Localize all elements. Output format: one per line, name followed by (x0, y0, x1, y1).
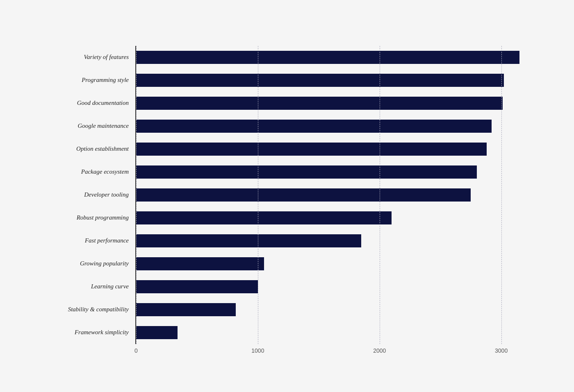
bar-row (136, 92, 525, 115)
y-label: Growing popularity (45, 252, 135, 275)
bar (136, 74, 504, 87)
y-label: Variety of features (45, 46, 135, 69)
bar (136, 326, 178, 339)
bar (136, 97, 503, 110)
bar (136, 280, 258, 293)
x-tick: 3000 (495, 347, 508, 354)
bar-rows (136, 46, 525, 344)
bar (136, 257, 264, 270)
bar-row (136, 138, 525, 161)
x-axis: 0100020003000 (136, 347, 526, 359)
y-label: Robust programming (45, 206, 135, 229)
bar (136, 234, 361, 247)
bar-area: Variety of featuresProgramming styleGood… (45, 46, 529, 344)
bar (136, 165, 477, 179)
chart-body: Variety of featuresProgramming styleGood… (45, 46, 529, 359)
bar-row (136, 115, 525, 138)
x-tick: 1000 (251, 347, 264, 354)
bar (136, 188, 471, 202)
bar-row (136, 321, 525, 344)
bars-grid (135, 46, 525, 344)
y-label: Developer tooling (45, 184, 135, 206)
y-label: Stability & compatibility (45, 298, 135, 321)
bar-row (136, 161, 525, 184)
y-labels: Variety of featuresProgramming styleGood… (45, 46, 135, 344)
bar (136, 143, 487, 156)
bar (136, 51, 519, 64)
bar-row (136, 46, 525, 69)
y-label: Framework simplicity (45, 321, 135, 344)
bar (136, 120, 492, 133)
y-label: Good documentation (45, 92, 135, 115)
bar (136, 211, 392, 224)
y-label: Package ecosystem (45, 161, 135, 184)
bar-row (136, 298, 525, 321)
bar (136, 303, 236, 316)
y-label: Fast performance (45, 229, 135, 252)
bar-row (136, 69, 525, 92)
y-label: Google maintenance (45, 115, 135, 138)
bar-row (136, 206, 525, 229)
y-label: Option establishment (45, 138, 135, 161)
bar-row (136, 229, 525, 252)
x-tick: 0 (134, 347, 138, 354)
bar-row (136, 275, 525, 298)
bar-row (136, 184, 525, 206)
chart-container: Variety of featuresProgramming styleGood… (20, 9, 554, 383)
y-label: Programming style (45, 69, 135, 92)
bar-row (136, 252, 525, 275)
x-tick: 2000 (373, 347, 386, 354)
y-label: Learning curve (45, 275, 135, 298)
